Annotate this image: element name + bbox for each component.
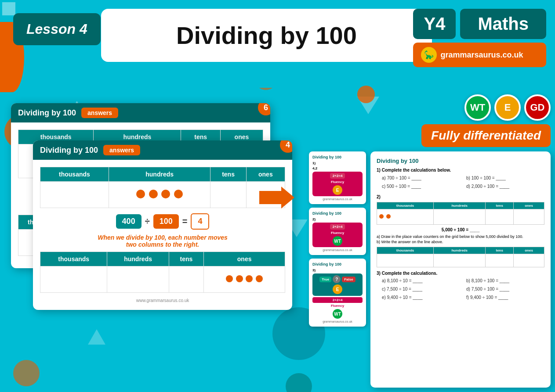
ws-fluency-label-3: Fluency <box>312 304 363 308</box>
ws-fluency-label-2: Fluency <box>331 231 344 235</box>
mw-title: Dividing by 100 <box>377 158 544 164</box>
mw-eq-s3-a1: a) 8,100 ÷ 10 = ____ <box>382 278 460 283</box>
eq-left-front: 400 <box>116 214 141 229</box>
mw-equations-s1: a) 700 ÷ 100 = ____ b) 100 ÷ 100 = ____ … <box>377 174 544 190</box>
mw-s1-title: Complete the calculations below. <box>382 168 451 173</box>
ws-title-1: Dividing by 100 <box>312 155 363 159</box>
slide-card-front: 4 Dividing by 100 answers thousands hund… <box>33 140 292 310</box>
eq-right-front: 4 <box>191 213 209 230</box>
site-url: grammarsaurus.co.uk <box>440 50 523 60</box>
title-box: Dividing by 100 <box>101 9 432 62</box>
slide-header-back: Dividing by 100 answers <box>11 103 270 122</box>
mw-equations-s3: a) 8,100 ÷ 10 = ____ b) 8,100 ÷ 100 = __… <box>377 277 544 301</box>
slide-title-back: Dividing by 100 <box>18 108 76 118</box>
right-section: WT E GD Fully differentiated Dividing by… <box>309 94 551 388</box>
mw-dot <box>379 214 384 219</box>
ws-title-3: Dividing by 100 <box>312 262 363 266</box>
eq-divider-front: ÷ <box>145 216 150 227</box>
deco-teal-circle-1 <box>286 373 312 392</box>
counter-dot-sm <box>236 275 243 282</box>
mw-s1-num: 1) <box>377 168 381 173</box>
mw-eq-s3-a2: c) 7,500 ÷ 10 = ____ <box>382 287 460 291</box>
mw-eq-s1-a: a) 700 ÷ 100 = ____ <box>382 176 460 180</box>
mw-s3-title: Complete the calculations. <box>382 271 438 276</box>
ws-fluency-2: 2+2=4 <box>330 224 345 230</box>
eq-equals-front: = <box>182 216 188 227</box>
ws-fluency-1: 2+2=4 <box>330 173 345 179</box>
worksheets-area: Dividing by 100 1) 4,2 2+2=4 Fluency E g… <box>309 151 551 388</box>
mw-eq-s3-b1: b) 8,100 ÷ 100 = ____ <box>466 278 544 283</box>
lesson-label: Lesson 4 <box>26 21 87 37</box>
ws-badge-area-1: 2+2=4 Fluency E <box>312 172 363 196</box>
mw-eq-s3-b2: d) 7,500 ÷ 100 = ____ <box>466 287 544 291</box>
ws-q-label-1: 4,2 <box>312 166 363 170</box>
slide-header-front: Dividing by 100 answers <box>33 140 292 160</box>
ws-true: True <box>319 277 331 282</box>
e-badge: E <box>494 94 521 121</box>
mw-s3-num: 3) <box>377 271 381 276</box>
grammarsaurus-badge[interactable]: 🦕 grammarsaurus.co.uk <box>413 43 546 67</box>
ws-fluency-label-1: Fluency <box>331 180 344 184</box>
slide-title-front: Dividing by 100 <box>40 146 98 155</box>
mw-eq-s1-b: b) 100 ÷ 100 = ____ <box>466 176 544 180</box>
hint-text-front: When we divide by 100, each number moves… <box>40 234 285 248</box>
mw-pv-table-empty: thousands hundreds tens ones <box>377 247 544 267</box>
ws-level-3: E <box>333 284 342 294</box>
diff-section: WT E GD Fully differentiated <box>309 94 551 147</box>
ws-false: False <box>342 277 355 282</box>
orange-arrow <box>259 184 294 212</box>
counter-dot <box>149 190 158 198</box>
slide-card-front-wrapper: 4 Dividing by 100 answers thousands hund… <box>33 140 292 310</box>
mw-eq-s3-b3: f) 9,400 ÷ 100 = ____ <box>466 295 544 300</box>
mw-section3-header: 3) Complete the calculations. <box>377 271 544 276</box>
wt-badge: WT <box>464 94 491 121</box>
ws-q-mark: ? <box>333 275 341 283</box>
ws-fluency-3: 2+2=4 <box>312 297 363 303</box>
ws-q-3: 3) <box>312 268 363 272</box>
pv-table-front-top: thousands hundreds tens ones <box>40 167 285 208</box>
mw-eq-s1-d: d) 2,000 ÷ 100 = ____ <box>466 184 544 189</box>
fully-differentiated-banner: Fully differentiated <box>421 124 551 147</box>
mw-s2-num: 2) <box>377 194 381 199</box>
mw-s2-b: b) Write the answer on the line above. <box>377 240 544 244</box>
counter-dot-sm <box>256 275 263 282</box>
mw-dot <box>386 214 391 219</box>
ws-level-wt-3: WT <box>333 309 342 319</box>
ws-true-false: True ? False <box>319 275 355 283</box>
year-badge: Y4 <box>413 9 456 39</box>
counter-dot <box>174 190 183 198</box>
ws-title-2: Dividing by 100 <box>312 211 363 216</box>
lesson-badge: Lesson 4 <box>13 13 101 45</box>
header: Lesson 4 Dividing by 100 Y4 Maths 🦕 gram… <box>0 0 555 88</box>
gd-badge: GD <box>524 94 551 121</box>
mw-pv-table-counters: thousands hundreds tens ones <box>377 202 544 225</box>
answers-button-front[interactable]: answers <box>103 145 140 155</box>
equation-row-front: 400 ÷ 100 = 4 <box>40 213 285 230</box>
main-worksheet-preview: Dividing by 100 1) Complete the calculat… <box>370 151 551 388</box>
ws-gram-2: grammarsaurus.co.uk <box>312 248 363 252</box>
ws-level-1: E <box>333 185 342 195</box>
ws-badge-area-2: 2+2=4 Fluency WT <box>312 223 363 247</box>
diff-badges-row: WT E GD <box>464 94 551 121</box>
ws-q-1: 1) <box>312 161 363 165</box>
year-maths-row: Y4 Maths <box>413 9 546 39</box>
mw-section2-header: 2) <box>377 194 544 199</box>
top-right-area: Y4 Maths 🦕 grammarsaurus.co.uk <box>413 9 546 67</box>
counter-dot-sm <box>226 275 233 282</box>
page-title: Dividing by 100 <box>176 21 357 50</box>
ws-q-2: 2) <box>312 217 363 221</box>
gram-watermark-front: www.grammarsaurus.co.uk <box>40 298 285 303</box>
circle-deco-tl <box>2 2 15 15</box>
mw-section1-header: 1) Complete the calculations below. <box>377 168 544 173</box>
worksheet-thumb-3[interactable]: Dividing by 100 3) True ? False E 2+2=4 … <box>309 259 366 327</box>
pv-table-front-bottom: thousands hundreds tens ones <box>40 252 285 293</box>
worksheet-thumb-1[interactable]: Dividing by 100 1) 4,2 2+2=4 Fluency E g… <box>309 151 366 204</box>
ws-gram-3: grammarsaurus.co.uk <box>312 320 363 323</box>
counter-dot <box>161 190 170 198</box>
worksheet-thumb-2[interactable]: Dividing by 100 2) 2+2=4 Fluency WT gram… <box>309 208 366 255</box>
answers-button-back[interactable]: answers <box>81 108 118 118</box>
eq-mid-front: 100 <box>153 214 179 229</box>
worksheet-thumbs: Dividing by 100 1) 4,2 2+2=4 Fluency E g… <box>309 151 366 388</box>
svg-marker-0 <box>259 187 294 209</box>
mw-eq-s1-c: c) 500 ÷ 100 = ____ <box>382 184 460 189</box>
